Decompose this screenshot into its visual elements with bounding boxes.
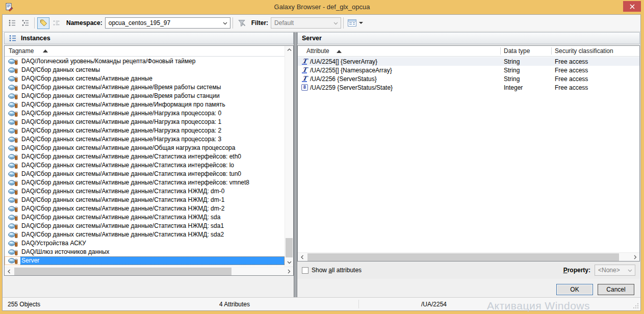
hierarchy-button[interactable] bbox=[19, 17, 32, 29]
list-item[interactable]: DAQ/Сбор данных системы/Активные данные/… bbox=[5, 213, 285, 222]
list-item-label: DAQ/Сбор данных системы/Активные данные/… bbox=[20, 230, 285, 239]
table-row[interactable]: /UA/2259 {ServerStatus/State} Integer Fr… bbox=[298, 83, 639, 92]
instance-icon bbox=[8, 127, 19, 135]
dropdown-caret-icon bbox=[359, 22, 363, 24]
vertical-scrollbar[interactable] bbox=[285, 46, 293, 267]
namespace-combobox[interactable]: opcua_centos_195_97 bbox=[105, 17, 230, 29]
sort-ascending-icon bbox=[337, 50, 342, 53]
instance-icon bbox=[8, 197, 19, 204]
list-item-label: DAQ/Сбор данных системы bbox=[20, 66, 285, 74]
instance-icon bbox=[8, 93, 19, 100]
security-cell: Free access bbox=[555, 75, 588, 83]
resize-grip-icon[interactable] bbox=[632, 302, 639, 309]
attributes-column-header: Attribute Data type Security classificat… bbox=[298, 46, 639, 57]
toolbar-separator bbox=[34, 17, 35, 29]
list-item[interactable]: DAQ/Сбор данных системы/Активные данные/… bbox=[5, 152, 285, 161]
list-item[interactable]: DAQ/Сбор данных системы/Активные данные/… bbox=[5, 126, 285, 135]
instance-icon bbox=[8, 75, 19, 83]
scroll-left-arrow[interactable] bbox=[298, 253, 306, 261]
filter-combobox[interactable]: Default bbox=[271, 17, 341, 29]
list-item-label: DAQ/Сбор данных системы/Активные данные/… bbox=[20, 170, 285, 178]
list-item[interactable]: DAQ/Логический уровень/Команды рецепта/Ф… bbox=[5, 57, 285, 66]
list-item[interactable]: DAQ/Сбор данных системы/Активные данные/… bbox=[5, 187, 285, 196]
titlebar: Galaxy Browser - def_glx_opcua bbox=[0, 0, 644, 14]
list-item[interactable]: DAQ/Сбор данных системы/Активные данные bbox=[5, 74, 285, 83]
toolbar: Namespace: opcua_centos_195_97 Filter: D… bbox=[3, 15, 640, 32]
filter-value: Default bbox=[274, 19, 294, 27]
column-divider[interactable] bbox=[551, 47, 552, 55]
list-item[interactable]: DAQ/Сбор данных системы/Активные данные/… bbox=[5, 92, 285, 100]
list-item[interactable]: DAQ/Сбор данных системы/Активные данные/… bbox=[5, 161, 285, 170]
integer-attribute-icon bbox=[301, 84, 308, 91]
string-attribute-icon bbox=[301, 58, 308, 65]
ok-button[interactable]: OK bbox=[556, 284, 593, 295]
vertical-scrollbar-thumb[interactable] bbox=[286, 238, 293, 257]
table-row[interactable]: /UA/2254[] {ServerArray} String Free acc… bbox=[298, 57, 639, 66]
close-button[interactable] bbox=[623, 1, 641, 12]
string-attribute-icon bbox=[301, 67, 308, 73]
list-item[interactable]: DAQ/Сбор данных системы/Активные данные/… bbox=[5, 83, 285, 92]
scroll-down-arrow[interactable] bbox=[285, 258, 293, 267]
scroll-up-arrow[interactable] bbox=[285, 46, 293, 54]
property-combobox[interactable]: <None> bbox=[595, 265, 635, 276]
tag-icon bbox=[40, 19, 47, 27]
scroll-left-arrow[interactable] bbox=[5, 267, 13, 276]
attribute-list-button[interactable] bbox=[6, 17, 18, 29]
horizontal-scrollbar-thumb[interactable] bbox=[307, 253, 619, 261]
filter-icon bbox=[238, 19, 246, 27]
security-cell: Free access bbox=[555, 58, 588, 65]
table-row[interactable]: /UA/2256 {ServerStatus} String Free acce… bbox=[298, 74, 639, 83]
list-item[interactable]: DAQ/Сбор данных системы/Активные данные/… bbox=[5, 144, 285, 152]
list-item[interactable]: DAQ/Сбор данных системы/Активные данные/… bbox=[5, 222, 285, 230]
instance-icon bbox=[8, 231, 19, 239]
instance-icon bbox=[8, 214, 19, 221]
horizontal-scrollbar-thumb[interactable] bbox=[14, 268, 231, 275]
filter-button[interactable] bbox=[236, 17, 248, 29]
list-item-label: DAQ/Сбор данных системы/Активные данные/… bbox=[20, 100, 285, 109]
list-item[interactable]: DAQ/Сбор данных системы/Активные данные/… bbox=[5, 100, 285, 109]
attributes-list: /UA/2254[] {ServerArray} String Free acc… bbox=[298, 57, 639, 252]
show-all-attributes-checkbox[interactable] bbox=[302, 267, 308, 274]
list-item-label: DAQ/Сбор данных системы/Активные данные/… bbox=[20, 204, 285, 213]
column-divider[interactable] bbox=[500, 47, 501, 55]
list-item[interactable]: DAQ/Сбор данных системы/Активные данные/… bbox=[5, 178, 285, 187]
attributes-count: 4 Attributes bbox=[219, 301, 250, 308]
cancel-button[interactable]: Cancel bbox=[598, 284, 634, 295]
horizontal-scrollbar[interactable] bbox=[298, 252, 639, 261]
list-item[interactable]: DAQ/Сбор данных системы bbox=[5, 66, 285, 74]
property-value: <None> bbox=[598, 267, 620, 274]
datatype-column-label[interactable]: Data type bbox=[504, 47, 530, 55]
security-column-label[interactable]: Security classification bbox=[555, 47, 613, 55]
attributes-footer: Show all attributes Property: <None> bbox=[297, 261, 640, 279]
scroll-right-arrow[interactable] bbox=[285, 267, 293, 276]
scroll-right-arrow[interactable] bbox=[631, 253, 639, 261]
list-item[interactable]: DAQ/Сбор данных системы/Активные данные/… bbox=[5, 204, 285, 213]
namespace-value: opcua_centos_195_97 bbox=[109, 19, 170, 27]
view-options-button[interactable] bbox=[346, 17, 365, 29]
list-item[interactable]: DAQ/Сбор данных системы/Активные данные/… bbox=[5, 196, 285, 204]
list-item-label: DAQ/Сбор данных системы/Активные данные/… bbox=[20, 187, 285, 196]
list-item[interactable]: DAQ/Шлюз источников данных bbox=[5, 248, 285, 256]
list-item[interactable]: DAQ/Сбор данных системы/Активные данные/… bbox=[5, 118, 285, 126]
list-item[interactable]: Server bbox=[5, 256, 285, 265]
datatype-cell: String bbox=[504, 67, 520, 74]
list-item[interactable]: DAQ/Сбор данных системы/Активные данные/… bbox=[5, 109, 285, 118]
statusbar-separator bbox=[358, 300, 359, 308]
server-panel-header: Server bbox=[297, 32, 640, 44]
list-item[interactable]: DAQ/Устройства АСКУ bbox=[5, 239, 285, 248]
datatype-cell: String bbox=[504, 58, 520, 65]
toolbar-separator bbox=[343, 17, 344, 29]
show-all-attributes-label: Show all attributes bbox=[312, 267, 362, 274]
list-item[interactable]: DAQ/Сбор данных системы/Активные данные/… bbox=[5, 170, 285, 178]
instances-panel-header: Instances bbox=[4, 32, 294, 44]
tagname-column-header[interactable]: Tagname bbox=[5, 46, 293, 57]
horizontal-scrollbar[interactable] bbox=[5, 267, 293, 275]
panel-splitter[interactable] bbox=[294, 32, 297, 297]
chevron-down-icon bbox=[223, 22, 227, 25]
list-item[interactable]: DAQ/Сбор данных системы/Активные данные/… bbox=[5, 230, 285, 239]
list-item[interactable]: DAQ/Сбор данных системы/Активные данные/… bbox=[5, 135, 285, 144]
element-list-button[interactable] bbox=[50, 17, 63, 29]
attribute-column-label[interactable]: Attribute bbox=[306, 47, 342, 55]
table-row[interactable]: /UA/2255[] {NamespaceArray} String Free … bbox=[298, 66, 639, 74]
tag-view-button[interactable] bbox=[37, 17, 49, 29]
